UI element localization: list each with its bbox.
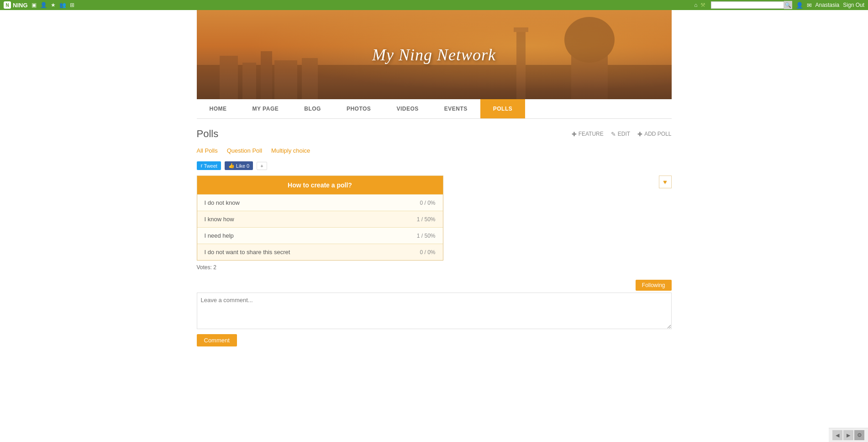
- polls-header: Polls ✚ FEATURE ✎ EDIT ✚ ADD POLL: [197, 128, 672, 140]
- admin-bar-icons: ▣ 👤 ★ 👥 ⊞: [32, 2, 74, 8]
- add-poll-action[interactable]: ✚ ADD POLL: [637, 131, 671, 138]
- person-icon[interactable]: 👤: [40, 2, 47, 8]
- search-input[interactable]: [711, 1, 784, 9]
- search-button[interactable]: 🔍: [784, 1, 792, 9]
- tools-icon[interactable]: ⚒: [700, 2, 705, 8]
- feature-icon: ✚: [572, 131, 577, 138]
- poll-table: How to create a poll? I do not know 0 / …: [197, 176, 443, 261]
- polls-title: Polls: [197, 128, 219, 140]
- signout-link[interactable]: Sign Out: [843, 2, 864, 8]
- like-button[interactable]: 👍 Like 0: [225, 161, 253, 170]
- following-button[interactable]: Following: [636, 280, 672, 291]
- main-navigation: HOME MY PAGE BLOG PHOTOS VIDEOS EVENTS: [197, 99, 672, 119]
- svg-rect-9: [514, 27, 528, 32]
- mail-icon[interactable]: ✉: [807, 2, 812, 9]
- home-icon[interactable]: ⌂: [694, 2, 697, 8]
- svg-rect-4: [274, 60, 297, 99]
- svg-point-7: [564, 17, 615, 63]
- nav-link-home[interactable]: HOME: [197, 99, 240, 118]
- feature-label: FEATURE: [579, 131, 604, 137]
- user-icon[interactable]: 👤: [796, 2, 803, 9]
- feature-action[interactable]: ✚ FEATURE: [572, 131, 604, 138]
- poll-option-stats: 1 / 50%: [417, 233, 436, 239]
- add-poll-label: ADD POLL: [644, 131, 671, 137]
- svg-rect-2: [242, 63, 256, 99]
- tweet-button[interactable]: 𝕣 Tweet: [197, 161, 221, 170]
- site-banner: My Ning Network: [197, 10, 672, 99]
- poll-option-text: I need help: [205, 232, 417, 239]
- poll-option-row[interactable]: I know how 1 / 50%: [197, 211, 443, 227]
- banner-title: My Ning Network: [372, 45, 496, 64]
- monitor-icon[interactable]: ▣: [32, 2, 37, 8]
- comment-button[interactable]: Comment: [197, 334, 237, 346]
- poll-option-text: I do not want to share this secret: [205, 249, 420, 256]
- nav-item-mypage[interactable]: MY PAGE: [240, 99, 292, 118]
- people-icon[interactable]: 👥: [59, 2, 66, 8]
- nav-wrapper: HOME MY PAGE BLOG PHOTOS VIDEOS EVENTS: [197, 99, 672, 119]
- svg-rect-3: [261, 51, 272, 99]
- poll-option-text: I do not know: [205, 199, 420, 206]
- like-label: Like 0: [236, 163, 249, 169]
- admin-bar: N NING ▣ 👤 ★ 👥 ⊞ ⌂ ⚒ 🔍 👤 ✉ Anastasia Sig…: [0, 0, 868, 10]
- nav-link-polls[interactable]: POLLS: [480, 99, 526, 118]
- admin-bar-right: 🔍 👤 ✉ Anastasia Sign Out: [711, 1, 864, 9]
- content-area: Polls ✚ FEATURE ✎ EDIT ✚ ADD POLL All Po…: [197, 119, 672, 356]
- ning-dot-icon: N: [4, 1, 11, 9]
- nav-item-events[interactable]: EVENTS: [431, 99, 480, 118]
- poll-container: ♥ How to create a poll? I do not know 0 …: [197, 176, 672, 274]
- star-icon[interactable]: ★: [51, 2, 56, 8]
- edit-action[interactable]: ✎ EDIT: [611, 131, 630, 138]
- svg-rect-8: [516, 28, 526, 99]
- gplus-button[interactable]: +: [257, 162, 267, 170]
- nav-link-videos[interactable]: VIDEOS: [384, 99, 431, 118]
- twitter-icon: 𝕣: [200, 163, 203, 169]
- ning-logo[interactable]: N NING: [4, 1, 28, 9]
- nav-link-blog[interactable]: BLOG: [291, 99, 334, 118]
- add-icon: ✚: [637, 131, 642, 138]
- tweet-label: Tweet: [204, 163, 217, 169]
- edit-icon: ✎: [611, 131, 616, 138]
- poll-option-stats: 0 / 0%: [420, 249, 435, 256]
- filter-question-poll[interactable]: Question Poll: [227, 147, 262, 154]
- page-wrapper: My Ning Network HOME MY PAGE BLOG PHOTOS…: [0, 10, 868, 356]
- nav-item-polls[interactable]: POLLS: [480, 99, 526, 118]
- poll-option-stats: 1 / 50%: [417, 216, 436, 223]
- poll-option-text: I know how: [205, 216, 417, 223]
- heart-button[interactable]: ♥: [659, 176, 672, 188]
- votes-count: Votes: 2: [197, 261, 672, 274]
- filter-tabs: All Polls Question Poll Multiply choice: [197, 147, 672, 154]
- comment-section: Comment: [197, 293, 672, 346]
- username-label: Anastasia: [815, 2, 840, 8]
- polls-actions: ✚ FEATURE ✎ EDIT ✚ ADD POLL: [572, 131, 672, 138]
- thumbs-up-icon: 👍: [228, 163, 235, 169]
- nav-link-mypage[interactable]: MY PAGE: [240, 99, 292, 118]
- nav-item-videos[interactable]: VIDEOS: [384, 99, 431, 118]
- nav-item-home[interactable]: HOME: [197, 99, 240, 118]
- filter-multiply-choice[interactable]: Multiply choice: [271, 147, 310, 154]
- grid-icon[interactable]: ⊞: [70, 2, 74, 8]
- nav-item-blog[interactable]: BLOG: [291, 99, 334, 118]
- ning-logo-text: NING: [13, 2, 28, 9]
- svg-rect-5: [302, 58, 318, 99]
- nav-item-photos[interactable]: PHOTOS: [334, 99, 384, 118]
- nav-link-events[interactable]: EVENTS: [431, 99, 480, 118]
- svg-rect-1: [220, 56, 238, 99]
- poll-option-row[interactable]: I do not want to share this secret 0 / 0…: [197, 244, 443, 260]
- gplus-label: +: [260, 163, 263, 169]
- social-buttons: 𝕣 Tweet 👍 Like 0 +: [197, 161, 672, 170]
- nav-list: HOME MY PAGE BLOG PHOTOS VIDEOS EVENTS: [197, 99, 672, 118]
- nav-link-photos[interactable]: PHOTOS: [334, 99, 384, 118]
- poll-option-row[interactable]: I do not know 0 / 0%: [197, 194, 443, 211]
- edit-label: EDIT: [618, 131, 630, 137]
- filter-all-polls[interactable]: All Polls: [197, 147, 218, 154]
- poll-option-row[interactable]: I need help 1 / 50%: [197, 227, 443, 244]
- comment-textarea[interactable]: [197, 293, 672, 329]
- poll-title: How to create a poll?: [197, 176, 443, 194]
- search-box[interactable]: 🔍: [711, 1, 792, 9]
- poll-option-stats: 0 / 0%: [420, 200, 435, 206]
